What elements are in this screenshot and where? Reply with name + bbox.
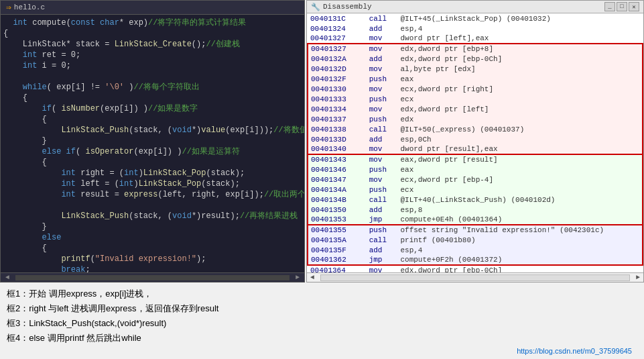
operands-cell: edx,dword ptr [ebp-0Ch] — [397, 265, 643, 272]
table-row: 00401346 push eax — [308, 164, 643, 174]
table-row: 00401327 mov edx,dword ptr [ebp+8] — [308, 44, 643, 54]
table-row: 00401362 jmp compute+0F2h (00401372) — [308, 255, 643, 265]
table-row: 00401343 mov eax,dword ptr [result] — [308, 154, 643, 164]
instr-cell: call — [367, 195, 398, 205]
code-line: int right = (int)LinkStack_Pop(stack); — [1, 168, 304, 178]
operands-cell: edx,dword ptr [ebp-0Ch] — [397, 54, 643, 64]
scroll-right-btn[interactable]: ► — [633, 274, 643, 281]
code-scrollbar[interactable]: ◄ ► — [1, 272, 304, 282]
operands-cell: al,byte ptr [edx] — [397, 64, 643, 74]
addr-cell: 00401353 — [308, 215, 367, 225]
addr-cell: 0040135A — [308, 235, 367, 245]
scroll-right[interactable]: ► — [291, 274, 304, 281]
top-panels: ⇒ hello.c int compute(const char* exp)//… — [0, 0, 644, 283]
code-header: ⇒ hello.c — [1, 1, 304, 15]
code-line: { — [1, 28, 304, 39]
code-line: int ret = 0; — [1, 50, 304, 60]
table-row: 00401333 push ecx — [308, 94, 643, 104]
annotation-text-1: 框1：开始 调用express，exp[i]进栈， — [7, 289, 152, 299]
table-row: 00401334 mov edx,dword ptr [left] — [308, 104, 643, 114]
table-row: 00401353 jmp compute+0E4h (00401364) — [308, 215, 643, 225]
addr-cell: 00401338 — [308, 124, 367, 134]
operands-cell: @ILT+45(_LinkStack_Pop) (00401032) — [397, 13, 643, 23]
disasm-scrollbar[interactable]: ◄ ► — [307, 272, 643, 282]
table-row: 00401327 mov dword ptr [left],eax — [308, 34, 643, 44]
table-row: 00401324 add esp,4 — [308, 23, 643, 34]
table-row: 0040132F push eax — [308, 74, 643, 84]
table-row: 0040131C call @ILT+45(_LinkStack_Pop) (0… — [308, 13, 643, 23]
table-row: 0040135A call printf (00401b80) — [308, 235, 643, 245]
addr-cell: 00401343 — [308, 154, 367, 164]
addr-cell: 0040135F — [308, 245, 367, 255]
addr-cell: 00401324 — [308, 23, 367, 34]
addr-cell: 00401327 — [308, 34, 367, 44]
scroll-left-btn[interactable]: ◄ — [307, 274, 318, 281]
operands-cell: eax — [397, 74, 643, 84]
watermark: https://blog.csdn.net/m0_37599645 — [7, 346, 637, 355]
table-row: 00401350 add esp,8 — [308, 205, 643, 215]
annotation-line-4: 框4：else 调用printf 然后跳出while — [7, 331, 637, 346]
addr-cell: 00401330 — [308, 84, 367, 94]
operands-cell: @ILT+50(_express) (00401037) — [397, 124, 643, 134]
disasm-title: Disassembly — [323, 3, 372, 11]
disasm-panel: 🔧 Disassembly _ □ ✕ 0040131C call — [306, 0, 644, 283]
minimize-button[interactable]: _ — [604, 2, 615, 11]
table-row: 0040132D mov al,byte ptr [edx] — [308, 64, 643, 74]
disasm-content[interactable]: 0040131C call @ILT+45(_LinkStack_Pop) (0… — [307, 13, 643, 272]
addr-cell: 0040134A — [308, 185, 367, 195]
code-line: break; — [1, 264, 304, 272]
annotation-line-2: 框2：right 与left 进栈调用express，返回值保存到result — [7, 301, 637, 316]
addr-cell: 00401347 — [308, 174, 367, 185]
addr-cell: 00401350 — [308, 205, 367, 215]
code-line: if( isNumber(exp[i]) )//如果是数字 — [1, 103, 304, 114]
operands-cell: edx — [397, 114, 643, 124]
close-button[interactable]: ✕ — [629, 2, 639, 11]
code-line — [1, 200, 304, 211]
instr-cell: push — [367, 114, 398, 124]
instr-cell: mov — [367, 84, 398, 94]
code-line: LinkStack* stack = LinkStack_Create();//… — [1, 39, 304, 50]
scroll-track[interactable] — [15, 275, 289, 280]
code-content[interactable]: int compute(const char* exp)//将字符串的算式计算结… — [1, 15, 304, 272]
filename: hello.c — [14, 3, 45, 11]
operands-cell: ecx,dword ptr [right] — [397, 84, 643, 94]
code-line: else — [1, 232, 304, 243]
code-line: { — [1, 157, 304, 168]
addr-cell: 0040134B — [308, 195, 367, 205]
operands-cell: offset string "Invalid expression!" (004… — [397, 225, 643, 235]
instr-cell: add — [367, 245, 398, 255]
code-line: LinkStack_Push(stack, (void*)result);//再… — [1, 211, 304, 221]
scroll-left[interactable]: ◄ — [1, 274, 14, 281]
addr-cell: 00401362 — [308, 255, 367, 265]
table-row: 00401338 call @ILT+50(_express) (0040103… — [308, 124, 643, 134]
instr-cell: mov — [367, 154, 398, 164]
annotation-text-2: 框2：right 与left 进栈调用express，返回值保存到result — [7, 303, 218, 313]
code-line: int i = 0; — [1, 60, 304, 71]
maximize-button[interactable]: □ — [617, 2, 627, 11]
code-line: int left = (int)LinkStack_Pop(stack); — [1, 178, 304, 189]
operands-cell: eax,dword ptr [result] — [397, 154, 643, 164]
scroll-track[interactable] — [320, 274, 630, 281]
code-arrow: ⇒ — [6, 2, 11, 13]
operands-cell: printf (00401b80) — [397, 235, 643, 245]
code-line — [1, 71, 304, 82]
table-row: 00401330 mov ecx,dword ptr [right] — [308, 84, 643, 94]
operands-cell: edx,dword ptr [left] — [397, 104, 643, 114]
addr-cell: 00401334 — [308, 104, 367, 114]
code-line: while( exp[i] != '\0' )//将每个字符取出 — [1, 82, 304, 93]
addr-cell: 00401364 — [308, 265, 367, 272]
operands-cell: ecx,dword ptr [ebp-4] — [397, 174, 643, 185]
instr-cell: mov — [367, 174, 398, 185]
table-row: 0040135F add esp,4 — [308, 245, 643, 255]
instr-cell: call — [367, 124, 398, 134]
code-panel: ⇒ hello.c int compute(const char* exp)//… — [0, 0, 305, 283]
annotations-panel: 框1：开始 调用express，exp[i]进栈， 框2：right 与left… — [0, 283, 644, 359]
operands-cell: esp,4 — [397, 245, 643, 255]
annotation-line-1: 框1：开始 调用express，exp[i]进栈， — [7, 287, 637, 301]
operands-cell: ecx — [397, 185, 643, 195]
operands-cell: compute+0E4h (00401364) — [397, 215, 643, 225]
annotation-text-3: 框3：LinkStack_Push(stack,(void*)result) — [7, 318, 166, 328]
code-line: int compute(const char* exp)//将字符串的算式计算结… — [1, 17, 304, 28]
instr-cell: mov — [367, 34, 398, 44]
table-row: 00401340 mov dword ptr [result],eax — [308, 144, 643, 154]
